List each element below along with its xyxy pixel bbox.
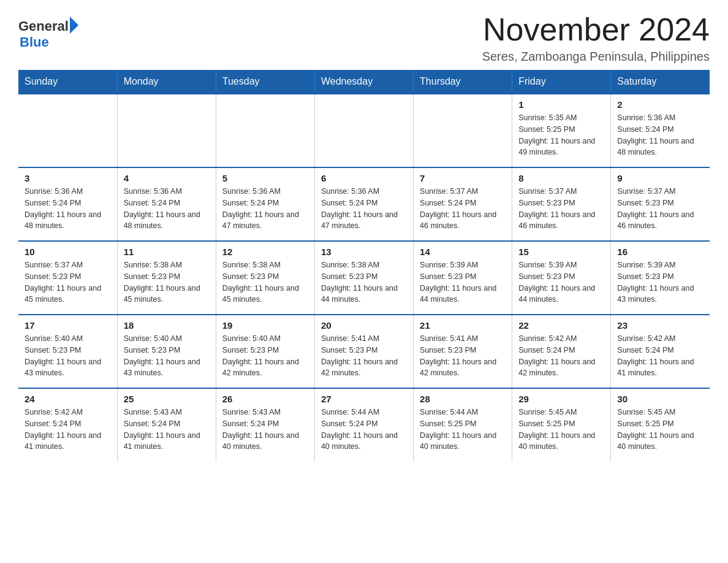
calendar-cell: 26Sunrise: 5:43 AMSunset: 5:24 PMDayligh… (216, 388, 314, 462)
calendar-cell: 6Sunrise: 5:36 AMSunset: 5:24 PMDaylight… (314, 167, 413, 241)
logo-blue-text: Blue (20, 34, 49, 50)
calendar-cell: 23Sunrise: 5:42 AMSunset: 5:24 PMDayligh… (611, 315, 710, 388)
day-info: Sunrise: 5:36 AMSunset: 5:24 PMDaylight:… (124, 186, 210, 232)
calendar-cell: 22Sunrise: 5:42 AMSunset: 5:24 PMDayligh… (512, 315, 611, 388)
day-number: 11 (124, 247, 210, 257)
day-info: Sunrise: 5:37 AMSunset: 5:23 PMDaylight:… (25, 259, 111, 305)
weekday-header-monday: Monday (117, 70, 216, 94)
weekday-header-wednesday: Wednesday (314, 70, 413, 94)
day-info: Sunrise: 5:38 AMSunset: 5:23 PMDaylight:… (124, 259, 210, 305)
weekday-header-saturday: Saturday (611, 70, 710, 94)
calendar-cell: 2Sunrise: 5:36 AMSunset: 5:24 PMDaylight… (611, 94, 710, 167)
day-info: Sunrise: 5:45 AMSunset: 5:25 PMDaylight:… (617, 407, 703, 453)
day-number: 5 (222, 173, 308, 183)
calendar-cell: 21Sunrise: 5:41 AMSunset: 5:23 PMDayligh… (414, 315, 512, 388)
day-number: 7 (420, 173, 506, 183)
calendar-cell: 8Sunrise: 5:37 AMSunset: 5:23 PMDaylight… (512, 167, 611, 241)
day-number: 23 (617, 320, 703, 331)
day-number: 2 (617, 99, 703, 110)
day-number: 29 (518, 394, 604, 404)
calendar-week-row: 24Sunrise: 5:42 AMSunset: 5:24 PMDayligh… (18, 388, 710, 462)
calendar-cell: 15Sunrise: 5:39 AMSunset: 5:23 PMDayligh… (512, 241, 611, 315)
day-info: Sunrise: 5:37 AMSunset: 5:23 PMDaylight:… (518, 186, 604, 232)
day-info: Sunrise: 5:42 AMSunset: 5:24 PMDaylight:… (518, 333, 604, 379)
calendar-week-row: 10Sunrise: 5:37 AMSunset: 5:23 PMDayligh… (18, 241, 710, 315)
calendar-week-row: 1Sunrise: 5:35 AMSunset: 5:25 PMDaylight… (18, 94, 710, 167)
calendar-cell (216, 94, 314, 167)
day-info: Sunrise: 5:40 AMSunset: 5:23 PMDaylight:… (25, 333, 111, 379)
day-number: 28 (420, 394, 506, 404)
calendar-cell: 3Sunrise: 5:36 AMSunset: 5:24 PMDaylight… (18, 167, 117, 241)
calendar-cell: 16Sunrise: 5:39 AMSunset: 5:23 PMDayligh… (611, 241, 710, 315)
day-number: 15 (518, 247, 604, 257)
day-number: 4 (124, 173, 210, 183)
calendar-cell (414, 94, 512, 167)
day-info: Sunrise: 5:44 AMSunset: 5:25 PMDaylight:… (420, 407, 506, 453)
day-number: 22 (518, 320, 604, 331)
day-number: 10 (25, 247, 111, 257)
day-info: Sunrise: 5:38 AMSunset: 5:23 PMDaylight:… (222, 259, 308, 305)
day-number: 21 (420, 320, 506, 331)
weekday-header-sunday: Sunday (18, 70, 117, 94)
calendar-cell: 24Sunrise: 5:42 AMSunset: 5:24 PMDayligh… (18, 388, 117, 462)
calendar-cell: 9Sunrise: 5:37 AMSunset: 5:23 PMDaylight… (611, 167, 710, 241)
calendar-cell: 11Sunrise: 5:38 AMSunset: 5:23 PMDayligh… (117, 241, 216, 315)
day-info: Sunrise: 5:36 AMSunset: 5:24 PMDaylight:… (321, 186, 407, 232)
day-info: Sunrise: 5:43 AMSunset: 5:24 PMDaylight:… (124, 407, 210, 453)
day-info: Sunrise: 5:42 AMSunset: 5:24 PMDaylight:… (25, 407, 111, 453)
weekday-header-row: SundayMondayTuesdayWednesdayThursdayFrid… (18, 70, 710, 94)
day-number: 14 (420, 247, 506, 257)
day-number: 18 (124, 320, 210, 331)
day-info: Sunrise: 5:40 AMSunset: 5:23 PMDaylight:… (222, 333, 308, 379)
day-number: 30 (617, 394, 703, 404)
day-number: 25 (124, 394, 210, 404)
month-title: November 2024 (482, 12, 710, 47)
page-header: General Blue November 2024 Seres, Zamboa… (18, 12, 710, 64)
logo: General Blue (18, 18, 78, 50)
calendar-table: SundayMondayTuesdayWednesdayThursdayFrid… (18, 70, 710, 462)
day-info: Sunrise: 5:39 AMSunset: 5:23 PMDaylight:… (518, 259, 604, 305)
calendar-cell: 10Sunrise: 5:37 AMSunset: 5:23 PMDayligh… (18, 241, 117, 315)
day-info: Sunrise: 5:35 AMSunset: 5:25 PMDaylight:… (518, 112, 604, 158)
day-info: Sunrise: 5:41 AMSunset: 5:23 PMDaylight:… (420, 333, 506, 379)
calendar-cell: 7Sunrise: 5:37 AMSunset: 5:24 PMDaylight… (414, 167, 512, 241)
calendar-cell: 12Sunrise: 5:38 AMSunset: 5:23 PMDayligh… (216, 241, 314, 315)
calendar-cell: 28Sunrise: 5:44 AMSunset: 5:25 PMDayligh… (414, 388, 512, 462)
day-number: 12 (222, 247, 308, 257)
day-info: Sunrise: 5:40 AMSunset: 5:23 PMDaylight:… (124, 333, 210, 379)
calendar-cell: 4Sunrise: 5:36 AMSunset: 5:24 PMDaylight… (117, 167, 216, 241)
calendar-cell: 19Sunrise: 5:40 AMSunset: 5:23 PMDayligh… (216, 315, 314, 388)
logo-icon: General Blue (18, 18, 78, 50)
calendar-cell: 20Sunrise: 5:41 AMSunset: 5:23 PMDayligh… (314, 315, 413, 388)
day-number: 8 (518, 173, 604, 183)
day-info: Sunrise: 5:39 AMSunset: 5:23 PMDaylight:… (420, 259, 506, 305)
logo-triangle-icon (70, 17, 78, 34)
day-number: 13 (321, 247, 407, 257)
calendar-cell: 29Sunrise: 5:45 AMSunset: 5:25 PMDayligh… (512, 388, 611, 462)
day-info: Sunrise: 5:36 AMSunset: 5:24 PMDaylight:… (222, 186, 308, 232)
day-info: Sunrise: 5:45 AMSunset: 5:25 PMDaylight:… (518, 407, 604, 453)
calendar-cell: 1Sunrise: 5:35 AMSunset: 5:25 PMDaylight… (512, 94, 611, 167)
day-info: Sunrise: 5:43 AMSunset: 5:24 PMDaylight:… (222, 407, 308, 453)
day-info: Sunrise: 5:37 AMSunset: 5:23 PMDaylight:… (617, 186, 703, 232)
title-area: November 2024 Seres, Zamboanga Peninsula… (482, 12, 710, 64)
calendar-week-row: 3Sunrise: 5:36 AMSunset: 5:24 PMDaylight… (18, 167, 710, 241)
day-number: 20 (321, 320, 407, 331)
day-number: 3 (25, 173, 111, 183)
day-info: Sunrise: 5:42 AMSunset: 5:24 PMDaylight:… (617, 333, 703, 379)
day-number: 24 (25, 394, 111, 404)
day-number: 16 (617, 247, 703, 257)
calendar-cell (314, 94, 413, 167)
day-info: Sunrise: 5:44 AMSunset: 5:24 PMDaylight:… (321, 407, 407, 453)
day-number: 1 (518, 99, 604, 110)
day-info: Sunrise: 5:38 AMSunset: 5:23 PMDaylight:… (321, 259, 407, 305)
day-number: 27 (321, 394, 407, 404)
logo-general-text: General (18, 18, 69, 34)
weekday-header-tuesday: Tuesday (216, 70, 314, 94)
calendar-week-row: 17Sunrise: 5:40 AMSunset: 5:23 PMDayligh… (18, 315, 710, 388)
location-subtitle: Seres, Zamboanga Peninsula, Philippines (482, 50, 710, 64)
day-info: Sunrise: 5:36 AMSunset: 5:24 PMDaylight:… (25, 186, 111, 232)
calendar-cell: 17Sunrise: 5:40 AMSunset: 5:23 PMDayligh… (18, 315, 117, 388)
day-number: 17 (25, 320, 111, 331)
calendar-cell: 14Sunrise: 5:39 AMSunset: 5:23 PMDayligh… (414, 241, 512, 315)
